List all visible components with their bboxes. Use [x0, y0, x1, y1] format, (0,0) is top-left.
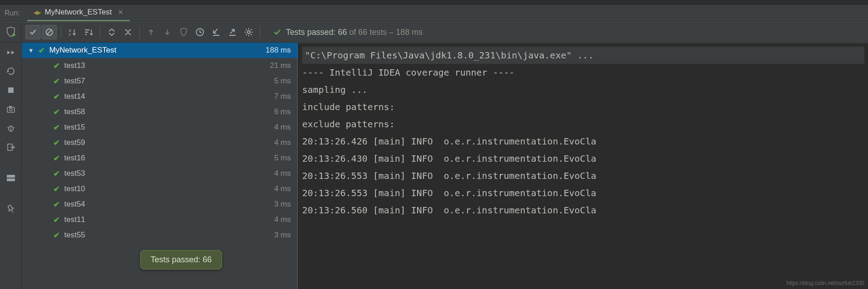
- sort-bars-icon: [84, 28, 93, 37]
- sort-alpha-button[interactable]: az: [65, 25, 80, 39]
- test-row[interactable]: ✔test575 ms: [22, 73, 297, 89]
- console-line: 20:13:26.553 [main] INFO o.e.r.instrumen…: [302, 167, 864, 184]
- test-row[interactable]: ✔test1321 ms: [22, 58, 297, 73]
- test-name: test54: [64, 200, 85, 209]
- test-row[interactable]: ✔test165 ms: [22, 150, 297, 166]
- window-top-strip: [0, 0, 868, 5]
- layout-button[interactable]: [4, 171, 18, 185]
- prev-test-button[interactable]: [143, 25, 159, 39]
- test-row[interactable]: ✔test586 ms: [22, 104, 297, 120]
- debug-button[interactable]: [4, 121, 18, 135]
- rerun-with-coverage-button[interactable]: [0, 22, 22, 42]
- svg-rect-27: [7, 178, 15, 181]
- test-time: 6 ms: [274, 107, 291, 116]
- circle-slash-icon: [45, 28, 53, 36]
- test-time: 5 ms: [274, 154, 291, 163]
- pin-icon: [7, 204, 15, 213]
- console-line: include patterns:: [302, 98, 864, 116]
- collapse-all-button[interactable]: [120, 25, 136, 39]
- check-icon: ✔: [53, 107, 60, 117]
- console-line: 20:13:26.553 [main] INFO o.e.r.instrumen…: [302, 184, 864, 202]
- watermark: https://blog.csdn.net/ourfutr2330: [787, 280, 864, 286]
- expand-icon: [107, 28, 116, 37]
- test-row[interactable]: ✔test147 ms: [22, 89, 297, 104]
- check-icon: ✔: [53, 200, 60, 209]
- exit-button[interactable]: [4, 140, 18, 154]
- svg-point-8: [247, 31, 250, 34]
- import-icon: [212, 28, 221, 37]
- check-icon: ✔: [53, 184, 60, 194]
- left-action-gutter: [0, 43, 22, 289]
- tooltip: Tests passed: 66: [140, 250, 222, 270]
- expand-all-button[interactable]: [104, 25, 119, 39]
- status-passed-count: 66: [338, 28, 347, 37]
- separator: [100, 26, 100, 38]
- pin-button[interactable]: [4, 202, 18, 216]
- console-line: 20:13:26.426 [main] INFO o.e.r.instrumen…: [302, 133, 864, 150]
- collapse-icon: [123, 28, 133, 37]
- svg-rect-17: [8, 87, 14, 93]
- test-row[interactable]: ✔test543 ms: [22, 197, 297, 212]
- separator: [260, 26, 261, 38]
- stop-button[interactable]: [4, 83, 18, 97]
- export-button[interactable]: [225, 25, 240, 39]
- test-suite-row[interactable]: ▼ ✔ MyNetwork_ESTest 188 ms: [22, 43, 297, 58]
- show-passed-button[interactable]: [25, 25, 41, 39]
- console-output[interactable]: "C:\Program Files\Java\jdk1.8.0_231\bin\…: [298, 43, 868, 289]
- svg-rect-20: [9, 106, 12, 107]
- shield-icon: [180, 28, 188, 37]
- test-row[interactable]: ✔test104 ms: [22, 181, 297, 197]
- suite-name: MyNetwork_ESTest: [49, 46, 116, 55]
- exit-icon: [6, 143, 15, 152]
- dump-button[interactable]: [4, 102, 18, 116]
- test-row[interactable]: ✔test114 ms: [22, 212, 297, 227]
- console-line: 20:13:26.560 [main] INFO o.e.r.instrumen…: [302, 202, 864, 219]
- test-time: 5 ms: [274, 77, 291, 86]
- svg-rect-5: [85, 32, 88, 33]
- test-name: test59: [64, 138, 85, 147]
- clock-icon: [195, 28, 204, 37]
- settings-button[interactable]: [241, 25, 256, 39]
- console-line: "C:\Program Files\Java\jdk1.8.0_231\bin\…: [302, 47, 864, 64]
- test-name: test13: [64, 61, 85, 70]
- history-button[interactable]: [192, 25, 208, 39]
- svg-line-16: [251, 29, 252, 30]
- test-name: test10: [64, 184, 85, 193]
- stop-icon: [7, 86, 15, 94]
- check-icon: ✔: [38, 46, 45, 55]
- rerun-failed-button[interactable]: [4, 45, 18, 59]
- test-time: 4 ms: [274, 169, 291, 178]
- test-row[interactable]: ✔test594 ms: [22, 135, 297, 150]
- run-config-tab[interactable]: ◀▶ MyNetwork_ESTest ✕: [27, 5, 130, 21]
- console-line: exclude patterns:: [302, 116, 864, 133]
- svg-rect-4: [85, 29, 90, 30]
- test-toolbar: az: [0, 22, 868, 43]
- test-time: 4 ms: [274, 215, 291, 224]
- coverage-button[interactable]: [176, 25, 191, 39]
- import-button[interactable]: [209, 25, 224, 39]
- bug-icon: [6, 124, 15, 133]
- svg-line-15: [246, 34, 247, 35]
- check-icon: ✔: [53, 92, 60, 101]
- toggle-auto-test-button[interactable]: [4, 64, 18, 78]
- sort-alpha-icon: az: [68, 28, 77, 37]
- test-time: 7 ms: [274, 92, 291, 101]
- test-name: test55: [64, 231, 85, 240]
- show-ignored-button[interactable]: [42, 25, 57, 39]
- sort-duration-button[interactable]: [81, 25, 96, 39]
- check-icon: ✔: [53, 154, 60, 163]
- test-row[interactable]: ✔test154 ms: [22, 120, 297, 135]
- test-row[interactable]: ✔test553 ms: [22, 227, 297, 243]
- layout-icon: [6, 174, 15, 182]
- next-test-button[interactable]: [160, 25, 175, 39]
- check-icon: ✔: [53, 169, 60, 178]
- test-time: 3 ms: [274, 231, 291, 240]
- chevron-down-icon[interactable]: ▼: [28, 47, 34, 54]
- arrow-down-icon: [163, 28, 171, 36]
- close-icon[interactable]: ✕: [118, 9, 123, 16]
- status-time: 188 ms: [396, 28, 422, 37]
- test-row[interactable]: ✔test534 ms: [22, 166, 297, 181]
- svg-text:z: z: [69, 32, 71, 37]
- check-icon: ✔: [53, 231, 60, 240]
- test-name: test16: [64, 154, 85, 163]
